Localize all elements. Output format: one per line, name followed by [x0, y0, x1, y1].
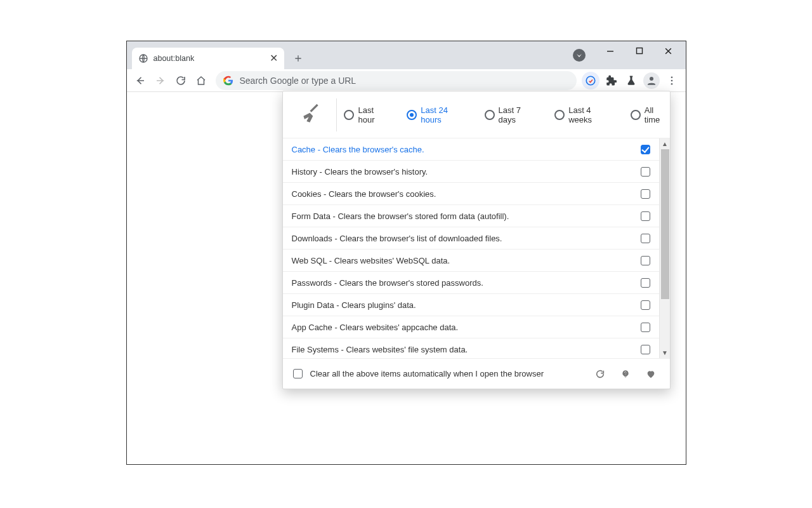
minimize-button[interactable] [596, 41, 625, 60]
omnibox[interactable]: Search Google or type a URL [216, 71, 577, 90]
radio-icon [554, 110, 565, 120]
data-type-checkbox[interactable] [641, 211, 650, 221]
radio-icon [631, 110, 641, 120]
time-option[interactable]: Last 4 weeks [554, 105, 614, 124]
data-type-label: Cache - Clears the browser's cache. [292, 145, 424, 154]
data-type-checkbox[interactable] [641, 300, 650, 310]
scroll-thumb[interactable] [661, 149, 669, 299]
time-option[interactable]: All time [631, 105, 670, 124]
google-g-icon [223, 76, 233, 86]
window-badge-icon [573, 49, 586, 62]
data-type-checkbox[interactable] [641, 189, 650, 199]
svg-rect-2 [636, 48, 642, 54]
kebab-menu-icon[interactable] [663, 72, 681, 90]
time-option-label: Last 4 weeks [568, 105, 614, 124]
scroll-down-icon[interactable]: ▼ [660, 347, 671, 358]
extension-clear-icon[interactable] [582, 72, 599, 90]
data-type-checkbox[interactable] [641, 278, 650, 288]
data-type-checkbox[interactable] [641, 256, 650, 265]
time-option[interactable]: Last 7 days [485, 105, 539, 124]
extensions-icon[interactable] [602, 72, 620, 90]
data-type-row[interactable]: History - Clears the browser's history. [283, 161, 659, 183]
reload-button[interactable] [171, 71, 190, 90]
radio-icon [485, 110, 495, 120]
data-type-checkbox[interactable] [641, 323, 650, 332]
popup-footer: Clear all the above items automatically … [283, 358, 670, 389]
close-tab-icon[interactable]: ✕ [270, 53, 278, 64]
data-type-checkbox[interactable] [641, 145, 650, 154]
scrollbar[interactable]: ▲ ▼ [659, 138, 670, 358]
popup-body: Cache - Clears the browser's cache.Histo… [283, 138, 670, 358]
popup-header: Last hourLast 24 hoursLast 7 daysLast 4 … [283, 91, 670, 138]
refresh-icon[interactable] [591, 365, 609, 383]
data-type-row[interactable]: Web SQL - Clears websites' WebSQL data. [283, 250, 659, 272]
profile-button[interactable] [643, 72, 660, 90]
auto-clear-label: Clear all the above items automatically … [310, 369, 544, 378]
time-option[interactable]: Last 24 hours [407, 105, 468, 124]
time-range-options: Last hourLast 24 hoursLast 7 daysLast 4 … [344, 105, 669, 124]
data-type-row[interactable]: Cache - Clears the browser's cache. [283, 138, 659, 161]
home-button[interactable] [192, 71, 211, 90]
svg-point-4 [650, 77, 653, 81]
broom-icon [298, 102, 324, 128]
divider [336, 98, 337, 131]
forward-button[interactable] [151, 71, 170, 90]
time-option[interactable]: Last hour [344, 105, 390, 124]
time-option-label: All time [645, 105, 670, 124]
time-option-label: Last 24 hours [421, 105, 468, 124]
data-type-label: App Cache - Clears websites' appcache da… [292, 323, 459, 332]
data-type-row[interactable]: Passwords - Clears the browser's stored … [283, 272, 659, 294]
toolbar: Search Google or type a URL [127, 69, 686, 92]
data-type-checkbox[interactable] [641, 345, 650, 354]
data-type-checkbox[interactable] [641, 234, 650, 243]
data-type-label: History - Clears the browser's history. [292, 167, 428, 177]
maximize-button[interactable] [625, 41, 654, 60]
data-type-row[interactable]: Plugin Data - Clears plugins' data. [283, 294, 659, 316]
svg-point-7 [671, 83, 672, 84]
data-type-row[interactable]: Cookies - Clears the browser's cookies. [283, 183, 659, 205]
data-type-checkbox[interactable] [641, 167, 650, 177]
data-type-label: Web SQL - Clears websites' WebSQL data. [292, 256, 450, 265]
time-option-label: Last hour [358, 105, 390, 124]
new-tab-button[interactable] [289, 50, 307, 67]
omnibox-placeholder: Search Google or type a URL [240, 76, 357, 86]
data-type-label: Cookies - Clears the browser's cookies. [292, 189, 436, 199]
globe-icon [138, 53, 148, 64]
data-type-label: Form Data - Clears the browser's stored … [292, 211, 509, 221]
clear-data-popup: Last hourLast 24 hoursLast 7 daysLast 4 … [282, 91, 671, 389]
auto-clear-checkbox[interactable] [293, 369, 303, 378]
tab-title: about:blank [154, 54, 265, 63]
data-type-row[interactable]: App Cache - Clears websites' appcache da… [283, 316, 659, 338]
data-type-row[interactable]: File Systems - Clears websites' file sys… [283, 338, 659, 358]
window-controls [596, 41, 683, 60]
close-window-button[interactable] [654, 41, 683, 60]
help-icon[interactable]: ? ? [617, 365, 634, 383]
scroll-up-icon[interactable]: ▲ [660, 138, 671, 149]
toolbar-actions [582, 72, 682, 90]
labs-icon[interactable] [622, 72, 640, 90]
time-option-label: Last 7 days [499, 105, 539, 124]
data-type-label: File Systems - Clears websites' file sys… [292, 345, 468, 354]
svg-rect-1 [607, 51, 613, 51]
browser-tab[interactable]: about:blank ✕ [132, 48, 284, 69]
data-type-row[interactable]: Form Data - Clears the browser's stored … [283, 205, 659, 227]
back-button[interactable] [131, 71, 150, 90]
browser-window: about:blank ✕ [126, 41, 686, 465]
data-type-label: Passwords - Clears the browser's stored … [292, 278, 483, 288]
svg-point-6 [671, 79, 672, 81]
avatar-icon [643, 72, 660, 89]
radio-icon [407, 110, 417, 120]
data-type-list: Cache - Clears the browser's cache.Histo… [283, 138, 659, 358]
radio-icon [344, 110, 354, 120]
svg-point-3 [586, 76, 595, 85]
heart-icon[interactable] [642, 365, 660, 383]
data-type-label: Plugin Data - Clears plugins' data. [292, 300, 416, 310]
svg-point-5 [671, 76, 672, 78]
data-type-label: Downloads - Clears the browser's list of… [292, 234, 502, 243]
titlebar: about:blank ✕ [127, 41, 686, 69]
data-type-row[interactable]: Downloads - Clears the browser's list of… [283, 227, 659, 250]
